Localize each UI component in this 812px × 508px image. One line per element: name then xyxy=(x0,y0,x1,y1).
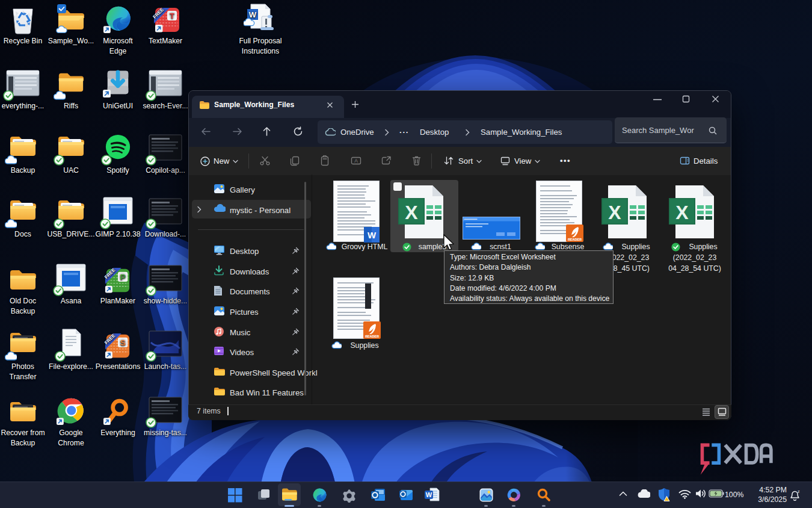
svg-text:S: S xyxy=(120,338,126,347)
svg-text:READER: READER xyxy=(568,238,582,241)
svg-text:T: T xyxy=(170,11,174,20)
svg-text:X: X xyxy=(675,202,689,223)
svg-text:P: P xyxy=(120,273,126,282)
svg-text:X: X xyxy=(608,202,621,223)
svg-text:z: z xyxy=(798,489,800,494)
svg-text:W: W xyxy=(368,230,377,240)
svg-text:W: W xyxy=(249,10,257,19)
svg-text:X: X xyxy=(405,202,418,223)
svg-text:W: W xyxy=(426,491,432,498)
svg-text:READER: READER xyxy=(365,335,379,338)
